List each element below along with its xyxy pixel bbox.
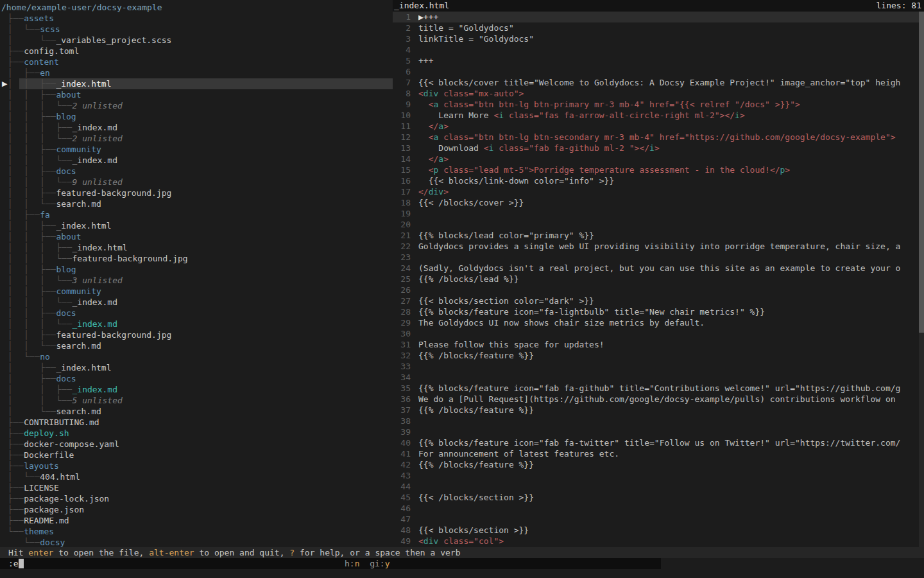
tree-row-file[interactable]: │ │ ├──featured-background.jpg bbox=[0, 329, 393, 340]
line-content: {{< /blocks/section >}} bbox=[418, 492, 919, 503]
tree-branch-lines: │ │ │ └── bbox=[8, 155, 73, 165]
line-number: 17 bbox=[393, 186, 411, 197]
tree-row-file[interactable]: ├──LICENSE bbox=[0, 482, 393, 493]
tree-selection-arrow-icon: ▶ bbox=[2, 78, 7, 89]
tree-row-dir[interactable]: │ ├──fa bbox=[0, 209, 393, 220]
tree-row-file[interactable]: │ │ ├──_index.md bbox=[0, 384, 393, 395]
tree-row-dir[interactable]: │ │ ├──about bbox=[0, 89, 393, 100]
tree-row-dir[interactable]: ├──assets bbox=[0, 13, 393, 24]
tree-row-file[interactable]: ├──config.toml bbox=[0, 46, 393, 57]
line-content: {{% blocks/lead color="primary" %}} bbox=[418, 230, 919, 241]
code-line: 47 bbox=[393, 514, 919, 525]
tree-row-file[interactable]: │ │ └──search.md bbox=[0, 198, 393, 209]
tree-row-file[interactable]: ├──package.json bbox=[0, 504, 393, 515]
tree-entry-label: featured-background.jpg bbox=[56, 330, 171, 340]
tree-row-file[interactable]: │ │ │ └──_index.md bbox=[0, 297, 393, 308]
tree-row-file[interactable]: ├──Dockerfile bbox=[0, 450, 393, 460]
tree-row-file[interactable]: │ │ ├──featured-background.jpg bbox=[0, 188, 393, 198]
code-line: 29The Goldydocs UI now shows chair size … bbox=[393, 317, 919, 328]
line-number: 24 bbox=[393, 263, 411, 274]
tree-row-file[interactable]: │ │ │ ├──_index.md bbox=[0, 122, 393, 133]
line-number: 18 bbox=[393, 197, 411, 208]
code-line: 20 bbox=[393, 219, 919, 230]
tree-row-file[interactable]: │ │ │ └──2 unlisted bbox=[0, 100, 393, 111]
scrollbar-thumb[interactable] bbox=[919, 12, 924, 333]
tree-row-dir[interactable]: ├──content bbox=[0, 57, 393, 67]
line-content bbox=[418, 426, 919, 437]
tree-entry-label: docs bbox=[56, 308, 76, 318]
line-content bbox=[418, 208, 919, 219]
tree-row-dir[interactable]: │ ├──docs bbox=[0, 373, 393, 384]
line-number: 10 bbox=[393, 110, 411, 121]
tree-branch-lines: │ │ ├── bbox=[8, 144, 56, 154]
code-line: 24(Sadly, Goldydocs isn't a real project… bbox=[393, 263, 919, 274]
tree-row-file[interactable]: │ │ │ └──9 unlisted bbox=[0, 177, 393, 188]
tree-row-dir[interactable]: └──docsy bbox=[0, 537, 393, 547]
tree-entry-label: assets bbox=[24, 13, 54, 23]
tree-row-dir[interactable]: │ └──scss bbox=[0, 24, 393, 35]
tree-branch-lines: │ ├── bbox=[8, 374, 56, 383]
tree-row-dir[interactable]: ├──layouts bbox=[0, 460, 393, 471]
tree-row-file[interactable]: │ │ │ └──_index.md bbox=[0, 319, 393, 329]
line-content: title = "Goldydocs" bbox=[418, 22, 919, 33]
tree-row-file[interactable]: ├──README.md bbox=[0, 515, 393, 526]
tree-row-dir[interactable]: │ │ ├──about bbox=[0, 231, 393, 242]
tree-row-file[interactable]: │ │ └──search.md bbox=[0, 340, 393, 351]
line-content: {{< blocks/section >}} bbox=[418, 525, 919, 536]
tree-row-file[interactable]: ├──CONTRIBUTING.md bbox=[0, 417, 393, 428]
status-text: to open the file, bbox=[53, 548, 149, 557]
line-content bbox=[418, 514, 919, 525]
code-line: 9 <a class="btn btn-lg btn-primary mr-3 … bbox=[393, 99, 919, 110]
tree-row-file[interactable]: │ │ ├──_index.html bbox=[0, 220, 393, 231]
tree-branch-lines: ├── bbox=[8, 57, 24, 67]
tree-row-file[interactable]: │ │ │ └──_index.md bbox=[0, 155, 393, 166]
tree-row-dir[interactable]: │ │ ├──community bbox=[0, 286, 393, 297]
tree-row-dir[interactable]: │ └──no bbox=[0, 351, 393, 362]
tree-row-file[interactable]: ├──docker-compose.yaml bbox=[0, 439, 393, 450]
tree-entry-label: community bbox=[56, 286, 101, 296]
tree-row-file[interactable]: │ │ │ └──featured-background.jpg bbox=[0, 253, 393, 264]
tree-row-file[interactable]: │ │ └──5 unlisted bbox=[0, 395, 393, 406]
tree-row-file[interactable]: │ │ ├──_index.html bbox=[0, 78, 393, 89]
code-line: 31Please follow this space for updates! bbox=[393, 339, 919, 350]
line-content: <p class="lead mt-5">Porridge temperatur… bbox=[418, 164, 919, 175]
line-number: 43 bbox=[393, 470, 411, 481]
line-number: 46 bbox=[393, 503, 411, 514]
code-line: 18{{< /blocks/cover >}} bbox=[393, 197, 919, 208]
tree-entry-label: blog bbox=[56, 265, 76, 274]
tree-row-file[interactable]: │ └──_variables_project.scss bbox=[0, 35, 393, 46]
tree-row-file[interactable]: │ │ │ ├──_index.html bbox=[0, 242, 393, 253]
tree-entry-label: _index.md bbox=[73, 123, 117, 132]
tree-row-dir[interactable]: │ ├──en bbox=[0, 67, 393, 78]
tree-row-dir[interactable]: │ │ ├──blog bbox=[0, 111, 393, 122]
tree-rows: ├──assets│ └──scss│ └──_variables_projec… bbox=[0, 13, 393, 547]
preview-scrollbar[interactable] bbox=[919, 12, 924, 547]
tree-row-dir[interactable]: │ │ ├──docs bbox=[0, 166, 393, 177]
tree-row-dir[interactable]: │ │ ├──community bbox=[0, 144, 393, 155]
line-content bbox=[418, 481, 919, 492]
tree-row-file[interactable]: │ ├──_index.html bbox=[0, 362, 393, 373]
tree-row-file[interactable]: │ │ │ └──2 unlisted bbox=[0, 133, 393, 144]
tree-row-file[interactable]: │ └──search.md bbox=[0, 406, 393, 417]
line-number: 14 bbox=[393, 153, 411, 164]
line-number: 44 bbox=[393, 481, 411, 492]
line-number: 15 bbox=[393, 164, 411, 175]
line-content: {{< blocks/link-down color="info" >}} bbox=[418, 175, 919, 186]
tree-entry-label: search.md bbox=[56, 199, 101, 209]
tree-row-file[interactable]: │ └──404.html bbox=[0, 471, 393, 482]
tree-branch-lines: │ │ ├── bbox=[8, 112, 56, 121]
tree-row-dir[interactable]: └──themes bbox=[0, 526, 393, 537]
tree-row-file[interactable]: ├──package-lock.json bbox=[0, 493, 393, 504]
tree-row-file[interactable]: │ │ │ └──3 unlisted bbox=[0, 275, 393, 286]
tree-row-file[interactable]: ├──deploy.sh bbox=[0, 428, 393, 439]
tree-entry-label: featured-background.jpg bbox=[56, 188, 171, 198]
tree-entry-label: docker-compose.yaml bbox=[24, 439, 119, 449]
line-number: 40 bbox=[393, 437, 411, 448]
tree-row-dir[interactable]: │ │ ├──docs bbox=[0, 308, 393, 319]
tree-row-dir[interactable]: │ │ ├──blog bbox=[0, 264, 393, 275]
command-input[interactable]: :e bbox=[8, 558, 24, 569]
tree-entry-label: featured-background.jpg bbox=[73, 254, 188, 263]
tree-branch-lines: └── bbox=[8, 527, 24, 536]
tree-branch-lines: │ │ ├── bbox=[8, 188, 56, 198]
code-line: 4 bbox=[393, 44, 919, 55]
